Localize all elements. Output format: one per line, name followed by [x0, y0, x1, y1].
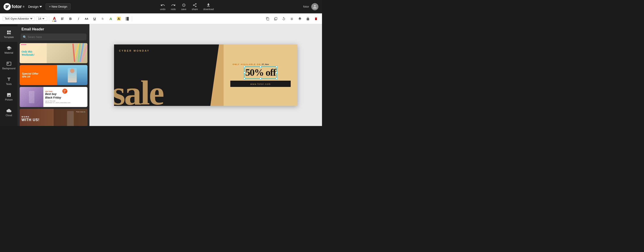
sidebar-item-material[interactable]: Material	[0, 42, 18, 58]
letter-spacing-icon: I↕	[102, 17, 104, 20]
sidebar-item-background[interactable]: Background	[0, 58, 18, 73]
text-highlight-button[interactable]: A	[116, 15, 122, 22]
logo: fotor®	[4, 3, 24, 10]
new-design-label: + New Design	[49, 5, 67, 8]
delete-button[interactable]	[312, 15, 319, 22]
small-caps-icon: AA	[85, 17, 88, 20]
layer-button[interactable]	[296, 15, 303, 22]
canvas-available-date: 27, Nov	[262, 63, 269, 65]
canvas-diagonal-stripe	[210, 44, 224, 106]
canvas-discount-wrapper[interactable]: 50% off	[244, 66, 277, 79]
align-button[interactable]	[288, 15, 295, 22]
panel-header: Email Header	[18, 24, 89, 33]
toolbar-right-actions	[264, 15, 319, 22]
underline-button[interactable]: U	[91, 15, 98, 22]
resize-handle-bm[interactable]	[260, 77, 262, 79]
sidebar-material-label: Material	[4, 51, 13, 54]
new-design-button[interactable]: + New Design	[46, 3, 70, 10]
font-size-select[interactable]: 14	[36, 16, 47, 21]
separator-2	[132, 16, 132, 21]
svg-rect-0	[125, 17, 128, 20]
design-button[interactable]: Design	[28, 5, 42, 8]
template-1-text: Only thisWeekends!	[22, 50, 34, 56]
canvas-sale-text: sale	[114, 76, 163, 106]
duplicate-button[interactable]	[272, 15, 279, 22]
template-2-left: Special Offer 50% Off	[20, 70, 57, 79]
text-effect-icon: A	[110, 17, 112, 20]
undo-button[interactable]: undo	[160, 3, 166, 10]
share-label: share	[192, 8, 198, 10]
font-name-label: TeX Gyre Adventor	[5, 17, 29, 20]
resize-handle-br[interactable]	[276, 77, 278, 79]
template-card-4[interactable]: WORK WITH US! From now on.	[20, 109, 88, 126]
italic-button[interactable]: I	[75, 15, 82, 22]
template-2-bg	[57, 65, 88, 85]
model-silhouette	[29, 91, 34, 103]
search-icon: 🔍	[23, 35, 26, 39]
sidebar-item-cloud[interactable]: Cloud	[0, 105, 18, 120]
resize-handle-tl[interactable]	[244, 66, 245, 68]
rotate-button[interactable]	[280, 15, 287, 22]
sidebar-item-picture[interactable]: Picture	[0, 89, 18, 105]
sidebar-texts-label: Texts	[6, 83, 12, 85]
template-3-badge: 30%off	[62, 89, 67, 94]
font-size-label: 14	[38, 17, 41, 20]
template-card-1[interactable]: Only thisWeekends!	[20, 43, 88, 63]
logo-text: fotor	[12, 4, 22, 9]
logo-sup: ®	[23, 5, 24, 8]
canvas-discount-box: 50% off	[245, 68, 276, 77]
template-4-work: WORK	[22, 116, 40, 118]
template-3-photo	[20, 87, 44, 107]
search-container: 🔍	[20, 33, 86, 40]
avatar	[311, 3, 318, 10]
save-button[interactable]: save	[181, 3, 186, 10]
color-indicator	[52, 21, 56, 21]
canvas-area: CYBER MONDAY sale ONLY AVAILABLE ON 27, …	[90, 24, 322, 126]
template-2-photo	[57, 65, 88, 85]
template-1-text-wrapper: Only thisWeekends!	[22, 50, 34, 56]
download-button[interactable]: download	[203, 3, 214, 10]
font-family-select[interactable]: TeX Gyre Adventor	[3, 16, 35, 21]
template-4-with: WITH US!	[22, 118, 40, 122]
sidebar-cloud-label: Cloud	[6, 114, 12, 117]
redo-label: redo	[171, 8, 176, 10]
undo-label: undo	[160, 8, 166, 10]
italic-icon: I	[78, 17, 79, 20]
canvas-website-bar: www.fotor.com	[230, 81, 291, 87]
text-align-button[interactable]	[59, 15, 66, 22]
copy-button[interactable]	[264, 15, 271, 22]
underline-icon: U	[94, 17, 96, 20]
separator-1	[49, 16, 49, 21]
redo-button[interactable]: redo	[171, 3, 176, 10]
model-figure	[68, 68, 77, 82]
design-canvas[interactable]: CYBER MONDAY sale ONLY AVAILABLE ON 27, …	[114, 44, 298, 106]
sidebar-item-texts[interactable]: Texts	[0, 73, 18, 89]
resize-handle-mr[interactable]	[276, 72, 278, 73]
opacity-button[interactable]	[124, 15, 130, 22]
font-size-small-button[interactable]: AA	[83, 15, 90, 22]
sidebar-item-template[interactable]: Template	[0, 26, 18, 42]
text-color-icon: A	[53, 16, 56, 21]
resize-handle-tm[interactable]	[260, 66, 262, 68]
topbar-right: fotor	[303, 3, 318, 10]
text-effect-button[interactable]: A	[107, 15, 114, 22]
sidebar-background-label: Background	[2, 67, 16, 70]
save-label: save	[181, 8, 186, 10]
share-button[interactable]: share	[192, 3, 198, 10]
sidebar: Template Material Background Texts Pictu…	[0, 24, 18, 126]
resize-handle-bl[interactable]	[244, 77, 245, 79]
letter-spacing-button[interactable]: I↕	[99, 15, 106, 22]
canvas-available-label: ONLY AVAILABLE ON	[232, 63, 261, 65]
search-input[interactable]	[20, 33, 86, 40]
bold-button[interactable]: B	[67, 15, 74, 22]
text-toolbar: TeX Gyre Adventor 14 A B I AA U I↕ A A	[0, 13, 322, 24]
design-label: Design	[28, 5, 39, 8]
resize-handle-ml[interactable]	[244, 72, 245, 73]
template-card-2[interactable]: Special Offer 50% Off	[20, 65, 88, 85]
deco-line-1	[21, 44, 26, 45]
topbar-left: fotor® Design + New Design	[4, 3, 71, 10]
resize-handle-tr[interactable]	[276, 66, 278, 68]
text-color-button[interactable]: A	[51, 15, 58, 22]
template-card-3[interactable]: ON THIS Best buyBlack Friday Up to 75% O…	[20, 87, 88, 107]
lock-button[interactable]	[304, 15, 311, 22]
